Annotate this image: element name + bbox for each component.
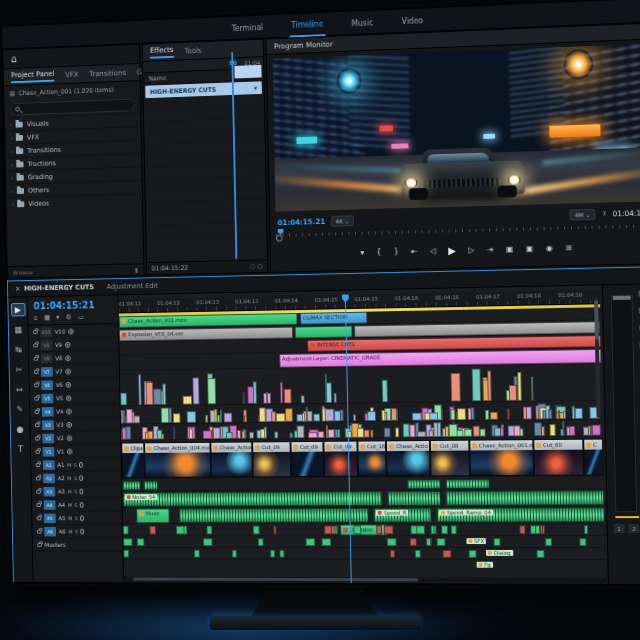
mini-clip[interactable] xyxy=(309,432,318,438)
source-assign[interactable]: V1 xyxy=(43,447,55,457)
mini-clip[interactable] xyxy=(138,374,142,405)
audio-snippet[interactable] xyxy=(353,526,361,535)
chevron-down-icon[interactable]: ▾ xyxy=(254,84,257,92)
source-assign[interactable]: V2 xyxy=(42,433,54,443)
video-track-header-v2[interactable]: V2V2 xyxy=(31,431,121,445)
mini-clip[interactable] xyxy=(490,412,499,420)
mute-button[interactable]: M xyxy=(67,462,71,468)
mini-clip[interactable] xyxy=(534,422,542,436)
menu-tab-timeline[interactable]: Timeline xyxy=(289,13,325,37)
audio-snippet[interactable] xyxy=(451,525,457,534)
mini-clip[interactable] xyxy=(126,409,132,423)
video-clip[interactable]: Chase_Action_001.mov xyxy=(469,439,534,476)
audio-snippet[interactable] xyxy=(545,538,552,546)
mini-clip[interactable] xyxy=(301,395,305,403)
mini-clip[interactable] xyxy=(563,411,566,419)
mini-clip[interactable] xyxy=(562,421,564,436)
mini-clip[interactable] xyxy=(353,414,356,421)
chevron-right-icon[interactable]: › xyxy=(11,148,13,155)
video-clip[interactable]: Cut_09 xyxy=(252,441,291,477)
audio-snippet[interactable] xyxy=(124,550,130,558)
audio-snippet[interactable] xyxy=(436,538,445,546)
clip[interactable]: Chase_Action_001.mov xyxy=(119,313,298,328)
mini-clip[interactable] xyxy=(260,428,265,438)
video-clip[interactable]: Cut_09 xyxy=(324,441,358,477)
mute-button[interactable]: M xyxy=(68,515,72,521)
mini-clip[interactable] xyxy=(153,388,162,405)
source-assign[interactable]: A2 xyxy=(43,473,55,483)
video-clip[interactable]: Cut_166 xyxy=(357,440,387,476)
lock-icon[interactable] xyxy=(36,489,41,493)
audio-snippet[interactable] xyxy=(321,538,331,546)
mini-clip[interactable] xyxy=(134,416,140,424)
audio-track-header-a2[interactable]: A2A2MS xyxy=(31,471,121,485)
video-clip[interactable]: C xyxy=(583,439,604,476)
settings-wrench-icon[interactable]: ✂ xyxy=(600,211,608,217)
record-mic-icon[interactable] xyxy=(80,488,84,494)
chevron-right-icon[interactable]: › xyxy=(11,174,13,181)
clip[interactable] xyxy=(143,481,157,491)
lock-icon[interactable] xyxy=(35,449,40,453)
mini-clip[interactable] xyxy=(173,427,175,439)
audio-snippet[interactable] xyxy=(540,525,543,534)
mini-clip[interactable] xyxy=(266,392,269,404)
video-clip[interactable]: Cut_08 xyxy=(430,440,470,477)
video-track-header-v5[interactable]: V5V5 xyxy=(30,391,120,405)
mark-in-icon[interactable]: { xyxy=(377,247,382,256)
mini-clip[interactable] xyxy=(289,432,293,438)
clip[interactable] xyxy=(122,481,141,491)
audio-snippet[interactable] xyxy=(232,550,237,558)
mini-clip[interactable] xyxy=(187,411,196,423)
video-track-header-v8[interactable]: V8V8 xyxy=(29,351,119,366)
video-clip[interactable]: Cut_60 xyxy=(533,439,583,476)
clip[interactable]: CLIMAX SECTION xyxy=(300,312,367,325)
audio-snippet[interactable] xyxy=(493,538,500,546)
chevron-right-icon[interactable]: › xyxy=(11,161,13,168)
mini-clip[interactable] xyxy=(450,410,455,421)
audio-snippet[interactable] xyxy=(415,550,421,558)
extract-icon[interactable]: ▣ xyxy=(526,244,534,253)
zoom-controls-icon[interactable]: ◌ ○ xyxy=(250,262,263,270)
source-assign[interactable]: V8 xyxy=(41,353,53,363)
record-mic-icon[interactable] xyxy=(81,528,85,534)
step-back-icon[interactable]: ◁ xyxy=(430,246,436,255)
home-icon[interactable]: ⌂ xyxy=(11,53,17,66)
hand-tool[interactable]: ● xyxy=(13,423,28,436)
mini-clip[interactable] xyxy=(337,429,340,438)
project-tab[interactable]: Transitions xyxy=(89,68,126,78)
chevron-right-icon[interactable]: › xyxy=(11,187,13,194)
menu-tab-video[interactable]: Video xyxy=(400,10,426,32)
clip[interactable]: Speed_Ramp_04 xyxy=(436,507,604,522)
clip[interactable]: Explosion_VFX_04.exr xyxy=(119,327,293,342)
video-clip[interactable]: Chase_Actio xyxy=(386,440,430,477)
mini-clip[interactable] xyxy=(146,382,154,405)
source-assign[interactable]: V3 xyxy=(42,420,54,430)
comparison-view-icon[interactable]: ⊞ xyxy=(565,243,572,252)
audio-snippet[interactable] xyxy=(137,538,144,546)
mini-clip[interactable] xyxy=(122,410,125,423)
clip[interactable]: Music xyxy=(137,508,170,522)
chevron-right-icon[interactable]: › xyxy=(10,134,12,141)
project-tab[interactable]: Project Panel xyxy=(11,69,55,83)
mini-clip[interactable] xyxy=(242,392,244,404)
mini-clip[interactable] xyxy=(207,378,216,404)
sequence-tab[interactable]: ×HIGH-ENERGY CUTS xyxy=(15,283,94,292)
mini-clip[interactable] xyxy=(575,408,583,419)
lock-icon[interactable] xyxy=(33,343,38,347)
video-clip[interactable]: Chase_Action_0 xyxy=(210,442,253,478)
mini-clip[interactable] xyxy=(384,428,391,438)
mini-clip[interactable] xyxy=(558,411,560,419)
mini-clip[interactable] xyxy=(472,368,481,401)
timeline-timecode[interactable]: 01:04:15:21 xyxy=(28,295,118,313)
audio-snippet[interactable] xyxy=(584,525,588,534)
audio-snippet[interactable] xyxy=(384,526,394,535)
mute-button[interactable]: M xyxy=(68,528,72,534)
mini-clip[interactable] xyxy=(271,412,276,422)
marker-menu-icon[interactable]: ▾ xyxy=(56,314,59,322)
mini-clip[interactable] xyxy=(395,428,399,438)
mini-clip[interactable] xyxy=(485,410,488,420)
audio-snippet[interactable] xyxy=(409,538,416,546)
mini-clip[interactable] xyxy=(189,429,193,439)
solo-button[interactable]: S xyxy=(74,475,77,481)
lock-icon[interactable] xyxy=(34,370,39,374)
